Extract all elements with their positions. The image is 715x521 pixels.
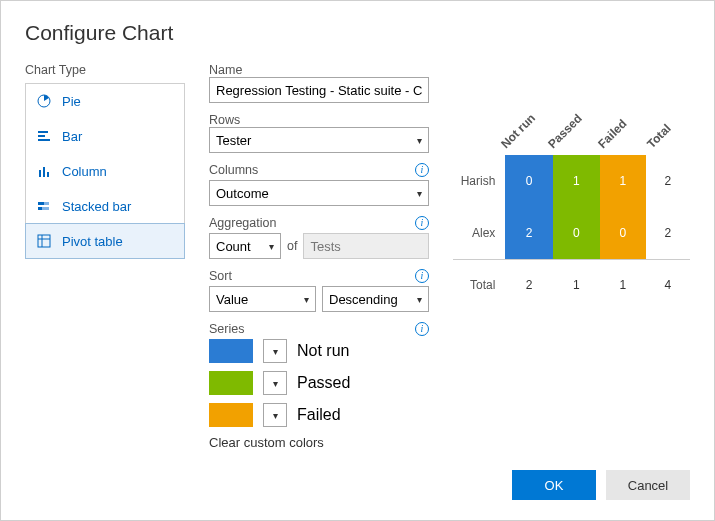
series-color-swatch (209, 371, 253, 395)
aggregation-of-input (303, 233, 429, 259)
pivot-col-header: Failed (595, 117, 629, 151)
columns-label: Columns (209, 163, 258, 177)
pivot-row-total: 2 (646, 207, 690, 259)
chevron-down-icon: ▾ (417, 135, 422, 146)
cancel-button[interactable]: Cancel (606, 470, 690, 500)
pivot-col-total: 2 (505, 259, 552, 311)
name-label: Name (209, 63, 429, 77)
chevron-down-icon: ▾ (273, 346, 278, 357)
chevron-down-icon: ▾ (273, 378, 278, 389)
of-label: of (287, 239, 297, 253)
chart-type-label-text: Pie (62, 94, 81, 109)
column-icon (36, 163, 52, 179)
rows-select[interactable]: Tester▾ (209, 127, 429, 153)
info-icon[interactable]: i (415, 269, 429, 283)
sort-dir-select[interactable]: Descending▾ (322, 286, 429, 312)
pivot-row-total: 2 (646, 155, 690, 207)
series-color-picker[interactable]: ▾ (263, 339, 287, 363)
pivot-table-preview: Not runPassedFailedTotalHarish0112Alex20… (453, 103, 690, 311)
series-color-picker[interactable]: ▾ (263, 371, 287, 395)
info-icon[interactable]: i (415, 322, 429, 336)
pie-icon (36, 93, 52, 109)
dialog-title: Configure Chart (25, 21, 690, 45)
chart-type-pivot-table[interactable]: Pivot table (25, 223, 185, 259)
series-item: ▾ Passed (209, 371, 429, 395)
svg-rect-7 (38, 202, 44, 205)
chart-type-label-text: Bar (62, 129, 82, 144)
chevron-down-icon: ▾ (269, 241, 274, 252)
series-item: ▾ Failed (209, 403, 429, 427)
series-label: Series (209, 322, 244, 336)
chart-type-list: Pie Bar Column Stacked bar Pivot table (25, 83, 185, 259)
pivot-col-header: Total (644, 121, 674, 151)
series-color-swatch (209, 339, 253, 363)
ok-button[interactable]: OK (512, 470, 596, 500)
pivot-table-icon (36, 233, 52, 249)
svg-rect-8 (44, 202, 49, 205)
chevron-down-icon: ▾ (417, 294, 422, 305)
pivot-preview: Not runPassedFailedTotalHarish0112Alex20… (453, 63, 690, 460)
chart-type-bar[interactable]: Bar (26, 119, 184, 154)
dialog-buttons: OK Cancel (512, 470, 690, 500)
svg-rect-9 (38, 207, 42, 210)
bar-icon (36, 128, 52, 144)
pivot-cell: 1 (553, 155, 600, 207)
chart-type-column[interactable]: Column (26, 154, 184, 189)
pivot-col-total: 1 (600, 259, 646, 311)
svg-rect-5 (43, 167, 45, 177)
chart-type-panel: Chart Type Pie Bar Column Stacked bar (25, 63, 185, 460)
aggregation-label: Aggregation (209, 216, 276, 230)
chart-type-pie[interactable]: Pie (26, 84, 184, 119)
pivot-row-header: Harish (453, 155, 505, 207)
series-item: ▾ Not run (209, 339, 429, 363)
chart-type-label-text: Column (62, 164, 107, 179)
svg-rect-3 (38, 139, 50, 141)
series-color-picker[interactable]: ▾ (263, 403, 287, 427)
info-icon[interactable]: i (415, 216, 429, 230)
columns-select[interactable]: Outcome▾ (209, 180, 429, 206)
series-label-text: Failed (297, 406, 341, 424)
chart-type-label: Chart Type (25, 63, 185, 77)
configure-chart-dialog: Configure Chart Chart Type Pie Bar Colum… (0, 0, 715, 521)
svg-rect-1 (38, 131, 48, 133)
series-label-text: Passed (297, 374, 350, 392)
pivot-grand-total: 4 (646, 259, 690, 311)
rows-label: Rows (209, 113, 429, 127)
svg-rect-6 (47, 172, 49, 177)
chevron-down-icon: ▾ (304, 294, 309, 305)
pivot-row-header: Alex (453, 207, 505, 259)
pivot-cell: 0 (505, 155, 552, 207)
pivot-row-header: Total (453, 259, 505, 311)
stacked-bar-icon (36, 198, 52, 214)
config-fields: Name Rows Tester▾ Columns i Outcome▾ Agg… (209, 63, 429, 460)
svg-rect-2 (38, 135, 45, 137)
info-icon[interactable]: i (415, 163, 429, 177)
pivot-cell: 0 (553, 207, 600, 259)
sort-by-select[interactable]: Value▾ (209, 286, 316, 312)
chart-type-label-text: Pivot table (62, 234, 123, 249)
svg-rect-11 (38, 235, 50, 247)
svg-rect-4 (39, 170, 41, 177)
chart-type-stacked-bar[interactable]: Stacked bar (26, 189, 184, 224)
chevron-down-icon: ▾ (273, 410, 278, 421)
series-color-swatch (209, 403, 253, 427)
pivot-cell: 1 (600, 155, 646, 207)
name-input[interactable] (209, 77, 429, 103)
clear-custom-colors-link[interactable]: Clear custom colors (209, 435, 429, 450)
pivot-cell: 0 (600, 207, 646, 259)
pivot-col-total: 1 (553, 259, 600, 311)
sort-label: Sort (209, 269, 232, 283)
series-label-text: Not run (297, 342, 349, 360)
chart-type-label-text: Stacked bar (62, 199, 131, 214)
aggregation-func-select[interactable]: Count▾ (209, 233, 281, 259)
chevron-down-icon: ▾ (417, 188, 422, 199)
pivot-cell: 2 (505, 207, 552, 259)
svg-rect-10 (42, 207, 49, 210)
